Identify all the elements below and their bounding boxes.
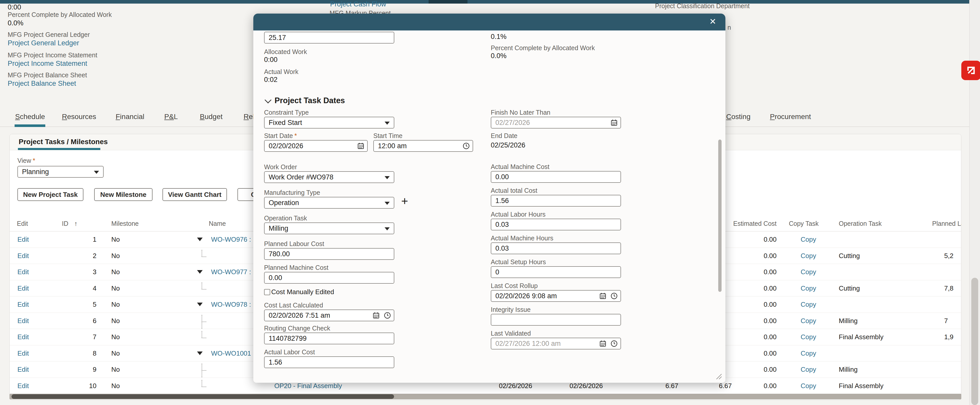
field-actual-total-cost: Actual total Cost (491, 187, 621, 207)
start-time-label: Start Time (373, 132, 473, 140)
planned-machine-cost-input[interactable] (264, 272, 394, 284)
work-order-select[interactable]: Work Order #WO978 (264, 171, 394, 183)
calendar-icon[interactable] (372, 312, 380, 319)
copy-task-link[interactable]: Copy (801, 349, 816, 357)
edit-link[interactable]: Edit (18, 382, 29, 390)
copy-task-link[interactable]: Copy (801, 300, 816, 308)
start-time-input[interactable] (373, 140, 473, 152)
edit-link[interactable]: Edit (18, 300, 29, 308)
task-name-link[interactable]: WO-WO1001 : (211, 349, 255, 357)
actual-machine-cost-input[interactable] (491, 171, 621, 183)
task-name-link[interactable]: WO-WO977 : F (211, 268, 257, 276)
field-start-time: Start Time (373, 132, 473, 152)
section-project-task-dates[interactable]: Project Task Dates (266, 96, 345, 105)
planned-labour-cost-input[interactable] (264, 248, 394, 260)
edit-link[interactable]: Edit (18, 317, 29, 325)
edit-link[interactable]: Edit (18, 333, 29, 341)
view-gantt-chart-button[interactable]: View Gantt Chart (162, 188, 227, 201)
calendar-icon[interactable] (610, 119, 618, 126)
allocated-work-top-value: 0:00 (8, 3, 21, 11)
horizontal-scrollbar-thumb[interactable] (11, 394, 394, 399)
calendar-icon[interactable] (599, 292, 607, 300)
collapse-caret-icon[interactable] (197, 303, 203, 306)
start-date-input[interactable] (264, 140, 368, 152)
tab-procurement[interactable]: Procurement (770, 113, 811, 121)
edit-link[interactable]: Edit (18, 268, 29, 276)
vertical-scrollbar-thumb[interactable] (971, 278, 978, 405)
tab-financial[interactable]: Financial (116, 113, 144, 121)
integrity-issue-input[interactable] (491, 314, 621, 326)
edit-link[interactable]: Edit (18, 235, 29, 244)
percent-complete-input[interactable] (264, 32, 394, 43)
planned-labor-value: 7,8 (944, 284, 961, 292)
copy-task-link[interactable]: Copy (801, 333, 816, 341)
project-income-statement-link[interactable]: Project Income Statement (8, 59, 87, 68)
operation-task-name-link[interactable]: OP20 - Final Assembly (274, 382, 342, 390)
task-name-link[interactable]: WO-WO976 : F (211, 235, 257, 244)
copy-task-link[interactable]: Copy (801, 365, 816, 373)
copy-task-link[interactable]: Copy (801, 235, 816, 244)
edit-link[interactable]: Edit (18, 252, 29, 260)
calendar-icon[interactable] (357, 142, 364, 150)
operation-task-select[interactable]: Milling (264, 222, 394, 234)
routing-change-check-input[interactable] (264, 333, 394, 344)
add-icon[interactable]: + (401, 196, 408, 206)
tree-connector-icon (202, 315, 206, 322)
edit-link[interactable]: Edit (18, 365, 29, 373)
milestone-value: No (111, 333, 120, 341)
chevron-down-icon (385, 121, 390, 125)
calendar-icon[interactable] (599, 340, 607, 348)
operation-task-value: Cutting (839, 252, 860, 260)
expand-extension-icon[interactable] (961, 61, 980, 80)
hours-value: 6.67 (635, 382, 678, 390)
new-project-task-button[interactable]: New Project Task (18, 188, 83, 201)
manufacturing-type-select[interactable]: Operation (264, 197, 394, 209)
edit-link[interactable]: Edit (18, 284, 29, 292)
header-id[interactable]: ID (62, 220, 68, 227)
actual-labor-hours-input[interactable] (491, 218, 621, 230)
close-icon[interactable]: ✕ (709, 17, 716, 26)
collapse-caret-icon[interactable] (197, 238, 203, 241)
constraint-type-select[interactable]: Fixed Start (264, 117, 394, 129)
clock-icon[interactable] (383, 312, 391, 319)
task-name-link[interactable]: WO-WO978 : F (211, 300, 257, 308)
tab-pnl[interactable]: P&L (164, 113, 178, 121)
field-planned-labour-cost: Planned Labour Cost (264, 240, 394, 260)
new-milestone-button[interactable]: New Milestone (94, 188, 153, 201)
estimated-cost: 0.00 (725, 268, 776, 276)
project-general-ledger-link[interactable]: Project General Ledger (8, 39, 79, 47)
view-select[interactable]: Planning (18, 166, 103, 178)
project-cash-flow-link[interactable]: Project Cash Flow (330, 0, 386, 8)
copy-task-link[interactable]: Copy (801, 284, 816, 292)
clock-icon[interactable] (610, 340, 618, 348)
edit-link[interactable]: Edit (18, 349, 29, 357)
tab-costing[interactable]: Costing (726, 113, 751, 121)
tab-schedule[interactable]: Schedule (15, 113, 45, 121)
actual-setup-hours-input[interactable] (491, 266, 621, 278)
finish-no-later-than-input[interactable] (491, 117, 621, 129)
copy-task-link[interactable]: Copy (801, 252, 816, 260)
subtab-project-tasks-milestones[interactable]: Project Tasks / Milestones (19, 138, 108, 146)
actual-labor-cost-input[interactable] (264, 356, 394, 368)
actual-labor-cost-label: Actual Labor Cost (264, 348, 394, 356)
clock-icon[interactable] (610, 292, 618, 300)
collapse-caret-icon[interactable] (197, 351, 203, 355)
cost-last-calculated-label: Cost Last Calculated (264, 301, 394, 309)
tab-resources[interactable]: Resources (62, 113, 96, 121)
copy-task-link[interactable]: Copy (801, 382, 816, 390)
actual-total-cost-input[interactable] (491, 195, 621, 207)
copy-task-link[interactable]: Copy (801, 317, 816, 325)
project-balance-sheet-link[interactable]: Project Balance Sheet (8, 79, 76, 88)
actual-machine-cost-label: Actual Machine Cost (491, 163, 621, 171)
copy-task-link[interactable]: Copy (801, 268, 816, 276)
operation-task-value: Milling (269, 225, 288, 232)
sort-ascending-icon[interactable]: ↑ (74, 220, 78, 227)
cost-manually-edited-checkbox[interactable] (264, 289, 270, 295)
tab-budget[interactable]: Budget (200, 113, 223, 121)
resize-handle-icon[interactable] (716, 373, 722, 379)
clock-icon[interactable] (462, 142, 470, 150)
modal-scrollbar-thumb[interactable] (718, 140, 722, 292)
manufacturing-type-label: Manufacturing Type (264, 189, 394, 196)
collapse-caret-icon[interactable] (197, 270, 203, 274)
actual-machine-hours-input[interactable] (491, 242, 621, 254)
